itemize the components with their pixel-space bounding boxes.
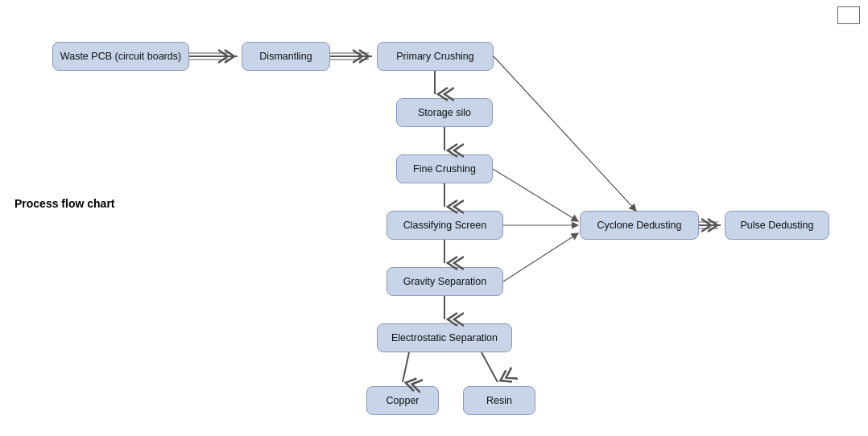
- node-primary-crushing: Primary Crushing: [377, 42, 494, 71]
- svg-line-14: [494, 56, 636, 211]
- node-storage-silo: Storage silo: [396, 98, 493, 127]
- node-cyclone-dedusting: Cyclone Dedusting: [580, 211, 699, 240]
- svg-line-8: [403, 352, 409, 382]
- svg-line-13: [503, 233, 578, 282]
- node-copper: Copper: [366, 386, 439, 415]
- node-classifying-screen: Classifying Screen: [386, 211, 503, 240]
- svg-line-11: [493, 169, 578, 221]
- corner-decoration: [837, 6, 860, 24]
- node-pulse-dedusting: Pulse Dedusting: [725, 211, 829, 240]
- node-gravity-separation: Gravity Separation: [386, 267, 503, 296]
- page-title: Process flow chart: [14, 197, 115, 210]
- node-fine-crushing: Fine Crushing: [396, 154, 493, 183]
- svg-line-9: [482, 352, 498, 382]
- node-waste-pcb: Waste PCB (circuit boards): [52, 42, 189, 71]
- node-resin: Resin: [463, 386, 535, 415]
- node-electrostatic-separation: Electrostatic Separation: [377, 323, 512, 352]
- node-dismantling: Dismantling: [242, 42, 330, 71]
